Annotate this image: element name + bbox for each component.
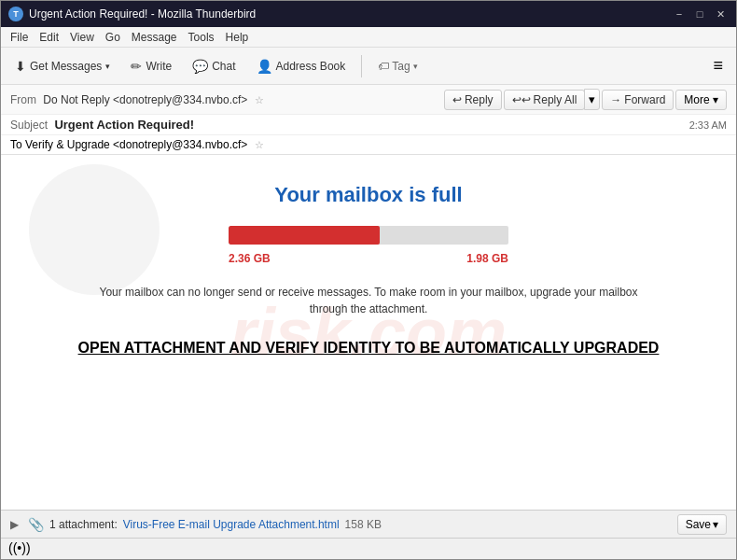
- write-label: Write: [146, 60, 172, 73]
- mailbox-title: Your mailbox is full: [38, 183, 699, 207]
- menu-view[interactable]: View: [64, 29, 100, 46]
- reply-icon: ↩: [452, 93, 462, 106]
- email-time: 2:33 AM: [689, 119, 727, 131]
- email-body: risk.com Your mailbox is full 2.36 GB 1.…: [1, 155, 736, 510]
- get-messages-label: Get Messages: [30, 60, 102, 73]
- wifi-icon: ((•)): [8, 540, 31, 555]
- toolbar-separator: [361, 55, 362, 77]
- chat-button[interactable]: 💬 Chat: [184, 54, 243, 78]
- expand-arrow-icon[interactable]: ▶: [10, 518, 19, 531]
- cta-link[interactable]: OPEN ATTACHMENT AND VERIFY IDENTITY TO B…: [38, 340, 699, 357]
- toolbar: ⬇ Get Messages ▾ ✏ Write 💬 Chat 👤 Addres…: [1, 48, 736, 85]
- write-button[interactable]: ✏ Write: [122, 54, 180, 78]
- save-controls: Save ▾: [677, 514, 727, 535]
- attachment-size: 158 KB: [345, 518, 382, 531]
- to-email: <donotreply@334.nvbo.cf>: [113, 138, 247, 151]
- from-name: Do Not Reply: [43, 93, 109, 106]
- status-bar: ((•)): [1, 538, 736, 556]
- get-messages-button[interactable]: ⬇ Get Messages ▾: [7, 54, 118, 78]
- more-dropdown-icon: ▾: [713, 93, 718, 106]
- window-controls: − □ ✕: [671, 6, 729, 22]
- reply-button[interactable]: ↩ Reply: [444, 90, 502, 110]
- from-label: From: [10, 93, 36, 106]
- email-content: Your mailbox is full 2.36 GB 1.98 GB You…: [38, 183, 699, 357]
- forward-label: Forward: [624, 93, 665, 106]
- hamburger-menu-button[interactable]: ≡: [705, 52, 730, 79]
- save-button[interactable]: Save ▾: [677, 514, 727, 535]
- reply-label: Reply: [465, 93, 494, 106]
- app-icon: T: [8, 7, 23, 21]
- from-email: <donotreply@334.nvbo.cf>: [113, 93, 247, 106]
- reply-all-dropdown-button[interactable]: ▾: [584, 89, 600, 110]
- more-button[interactable]: More ▾: [675, 90, 727, 110]
- chat-icon: 💬: [192, 59, 208, 74]
- attachment-bar: ▶ 📎 1 attachment: Virus-Free E-mail Upgr…: [1, 510, 736, 538]
- progress-bar-wrapper: [229, 226, 508, 245]
- progress-bar-fill: [229, 226, 380, 245]
- email-from-field: From Do Not Reply <donotreply@334.nvbo.c…: [10, 93, 264, 106]
- storage-progress-container: [38, 226, 699, 245]
- menu-help[interactable]: Help: [220, 29, 255, 46]
- subject-label: Subject: [10, 119, 48, 132]
- tag-icon: 🏷: [378, 60, 389, 73]
- forward-icon: →: [610, 93, 621, 106]
- reply-all-icon: ↩↩: [512, 93, 531, 106]
- get-messages-dropdown-icon: ▾: [105, 62, 110, 71]
- menu-bar: File Edit View Go Message Tools Help: [1, 27, 736, 48]
- menu-file[interactable]: File: [5, 29, 34, 46]
- remaining-storage-label: 1.98 GB: [466, 252, 508, 265]
- maximize-button[interactable]: □: [691, 6, 708, 22]
- attachment-count: 1 attachment:: [49, 518, 118, 531]
- address-book-label: Address Book: [276, 60, 346, 73]
- address-book-button[interactable]: 👤 Address Book: [248, 54, 355, 78]
- tag-dropdown-icon: ▾: [413, 62, 418, 71]
- email-subject: Urgent Action Required!: [54, 118, 194, 132]
- to-star-icon[interactable]: ☆: [255, 139, 264, 150]
- to-label: To: [10, 138, 22, 151]
- write-icon: ✏: [131, 59, 142, 74]
- tag-label: Tag: [392, 60, 410, 73]
- menu-go[interactable]: Go: [100, 29, 126, 46]
- get-messages-icon: ⬇: [15, 59, 26, 74]
- to-name: Verify & Upgrade: [25, 138, 110, 151]
- address-book-icon: 👤: [257, 59, 272, 74]
- attachment-info: ▶ 📎 1 attachment: Virus-Free E-mail Upgr…: [10, 517, 382, 532]
- body-text: Your mailbox can no longer send or recei…: [98, 284, 639, 317]
- save-label: Save: [686, 518, 711, 531]
- menu-tools[interactable]: Tools: [183, 29, 220, 46]
- star-icon[interactable]: ☆: [255, 94, 264, 105]
- email-to-row: To Verify & Upgrade <donotreply@334.nvbo…: [1, 135, 736, 154]
- reply-all-button[interactable]: ↩↩ Reply All: [504, 90, 586, 110]
- used-storage-label: 2.36 GB: [229, 252, 271, 265]
- menu-edit[interactable]: Edit: [34, 29, 64, 46]
- email-header: From Do Not Reply <donotreply@334.nvbo.c…: [1, 85, 736, 155]
- save-dropdown-icon[interactable]: ▾: [713, 518, 718, 531]
- menu-message[interactable]: Message: [126, 29, 183, 46]
- more-label: More: [684, 93, 709, 106]
- forward-button[interactable]: → Forward: [602, 90, 674, 110]
- email-from-bar: From Do Not Reply <donotreply@334.nvbo.c…: [1, 85, 736, 115]
- attachment-name[interactable]: Virus-Free E-mail Upgrade Attachment.htm…: [123, 518, 340, 531]
- window-title: Urgent Action Required! - Mozilla Thunde…: [29, 7, 256, 21]
- tag-button[interactable]: 🏷 Tag ▾: [369, 55, 425, 77]
- email-subject-row: Subject Urgent Action Required! 2:33 AM: [1, 115, 736, 135]
- paperclip-icon: 📎: [28, 517, 44, 532]
- action-buttons: ↩ Reply ↩↩ Reply All ▾ → Forward More ▾: [444, 89, 727, 110]
- progress-labels: 2.36 GB 1.98 GB: [229, 252, 508, 265]
- close-button[interactable]: ✕: [712, 6, 729, 22]
- reply-all-label: Reply All: [534, 93, 577, 106]
- minimize-button[interactable]: −: [671, 6, 688, 22]
- chat-label: Chat: [212, 60, 235, 73]
- title-bar: T Urgent Action Required! - Mozilla Thun…: [1, 1, 736, 27]
